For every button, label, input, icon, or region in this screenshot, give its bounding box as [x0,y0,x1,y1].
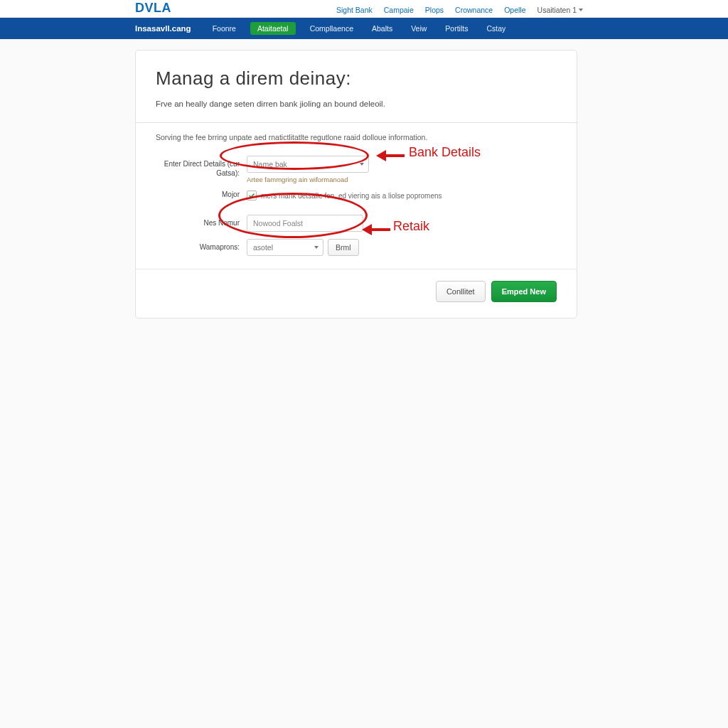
wamo-button[interactable]: Brml [328,239,359,256]
toplink-3[interactable]: Crownance [455,6,493,14]
chevron-down-icon [579,9,583,11]
page-title: Manag a direm deinay: [156,68,557,90]
nav-item-4[interactable]: Veiw [407,21,431,36]
top-header: DVLA Sight Bank Campaie Plops Crownance … [0,0,728,18]
row-wamo: Wamaprons: asotel Brml [156,239,557,256]
new-name-placeholder: Nowood Foalst [253,219,303,228]
nav-item-2[interactable]: Compllaence [306,21,358,36]
ctrl-new-name: Nowood Foalst [247,215,557,232]
cancel-button[interactable]: Conllitet [436,281,486,302]
primary-button[interactable]: Emped New [491,281,557,302]
user-menu-label: Usaitiaten 1 [537,6,577,14]
nav-item-5[interactable]: Portilts [441,21,472,36]
nav-item-3[interactable]: Abalts [368,21,397,36]
label-enter-details: Enter Direct Details (cur Gatsa): [156,156,247,178]
bank-select-hint: Artee fammgring ain wiformanoad [247,176,557,183]
check-icon [248,192,255,199]
toplink-0[interactable]: Sight Bank [336,6,373,14]
wamo-select[interactable]: asotel [247,239,323,256]
site-logo: DVLA [135,1,171,14]
bank-select[interactable]: Name bak [247,156,369,173]
toplink-4[interactable]: Opelle [504,6,525,14]
label-major: Mojor [156,191,247,200]
nav-item-6[interactable]: Cstay [482,21,510,36]
top-header-inner: DVLA Sight Bank Campaie Plops Crownance … [135,1,583,14]
divider-footer [136,269,577,269]
new-name-input[interactable]: Nowood Foalst [247,215,363,232]
page-lede: Frve an heally dange seten dirren bank j… [156,100,557,108]
label-wamo: Wamaprons: [156,239,247,252]
major-caption: mers mank detsalle fon, ed viering ais a… [261,192,442,200]
label-new-name: Nes Nomur [156,215,247,228]
major-checkbox[interactable] [247,191,257,200]
spacer [156,208,557,215]
nav-inner: Insasavll.cang Foonre Ataitaetal Complla… [135,21,510,36]
panel-footer: Conllitet Emped New [156,281,557,302]
chevron-down-icon [360,163,364,166]
nav-item-0[interactable]: Foonre [208,21,240,36]
row-bank-details: Enter Direct Details (cur Gatsa): Name b… [156,156,557,183]
toplink-2[interactable]: Plops [425,6,444,14]
row-new-name: Nes Nomur Nowood Foalst [156,215,557,232]
chevron-down-icon [314,246,318,249]
user-menu[interactable]: Usaitiaten 1 [537,6,583,14]
ctrl-wamo: asotel Brml [247,239,557,256]
nav-bar: Insasavll.cang Foonre Ataitaetal Complla… [0,18,728,39]
nav-brand: Insasavll.cang [135,24,191,33]
nav-item-1[interactable]: Ataitaetal [250,22,296,35]
ctrl-major: mers mank detsalle fon, ed viering ais a… [247,191,557,200]
toplink-1[interactable]: Campaie [384,6,414,14]
wamo-select-value: asotel [253,243,273,252]
helper-text: Sorving the fee brring unpate aed rnatic… [156,133,557,141]
top-links: Sight Bank Campaie Plops Crownance Opell… [336,6,583,14]
ctrl-bank-select-wrap: Name bak Artee fammgring ain wiformanoad [247,156,557,183]
divider [136,122,577,123]
bank-select-value: Name bak [253,160,287,168]
main-panel: Manag a direm deinay: Frve an heally dan… [135,50,577,318]
row-major: Mojor mers mank detsalle fon, ed viering… [156,191,557,200]
